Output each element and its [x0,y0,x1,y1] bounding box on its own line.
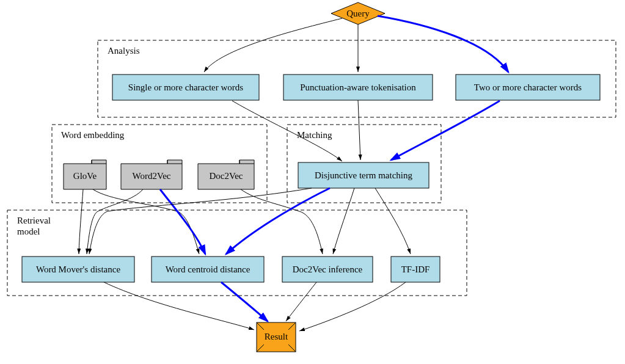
cluster-retrieval [7,210,467,296]
node-emb2: Word2Vec [121,160,182,189]
cluster-retrieval-label-1: Retrieval [17,216,51,225]
edge-match-rm3 [333,188,354,254]
label-analysis1: Single or more character words [128,82,243,92]
label-emb1: GloVe [73,171,97,181]
label-matching1: Disjunctive term matching [315,170,412,180]
result-label: Result [265,332,288,341]
edge-rm3-result [286,282,316,321]
cluster-retrieval-label-2: model [17,227,40,236]
edge-glove-rm2 [93,189,199,254]
result-node: Result [257,322,296,352]
cluster-analysis-label: Analysis [108,46,140,56]
node-emb1: GloVe [64,160,106,189]
edge-w2v-rm1 [87,189,143,254]
edge-match-rm4 [375,188,411,254]
edge-a2-match [358,100,360,160]
label-rm2: Word centroid distance [166,264,250,274]
label-analysis2: Punctuation-aware tokenisation [300,82,416,92]
label-emb3: Doc2Vec [210,171,243,181]
edge-query-a3 [378,16,508,72]
cluster-matching-label: Matching [297,130,332,140]
edge-w2v-rm2 [160,189,205,254]
edge-a3-match [391,101,500,160]
label-emb2: Word2Vec [133,171,171,181]
query-label: Query [346,9,370,18]
label-rm1: Word Mover's distance [36,264,120,274]
edge-rm2-result [221,282,268,321]
edge-rm1-result [104,282,254,330]
node-emb3: Doc2Vec [198,160,254,189]
edge-query-a1 [204,18,342,72]
label-rm3: Doc2Vec inference [293,264,363,274]
cluster-embedding-label: Word embedding [61,130,125,140]
label-rm4: TF-IDF [401,264,430,274]
edge-rm4-result [299,282,406,331]
label-analysis3: Two or more character words [474,82,582,92]
edge-glove-rm1 [79,189,83,254]
